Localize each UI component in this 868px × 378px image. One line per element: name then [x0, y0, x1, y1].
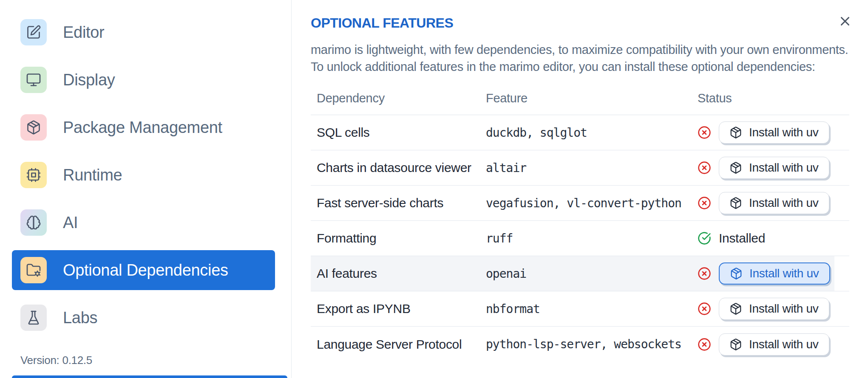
- install-button-label: Install with uv: [749, 161, 819, 175]
- feature-packages: python-lsp-server, websockets: [480, 337, 692, 351]
- sidebar-item-display[interactable]: Display: [12, 60, 275, 100]
- sidebar-item-ai[interactable]: AI: [12, 203, 275, 243]
- table-row: AI features openai Install with uv: [311, 256, 849, 291]
- dependency-name: AI features: [311, 266, 480, 281]
- package-icon: [729, 302, 742, 315]
- installed-status-label: Installed: [719, 231, 765, 245]
- package-icon: [730, 267, 743, 280]
- sidebar-item-editor[interactable]: Editor: [12, 12, 275, 52]
- brain-icon: [20, 209, 47, 236]
- package-icon: [729, 161, 742, 174]
- dependency-name: Language Server Protocol: [311, 337, 480, 352]
- install-with-uv-button[interactable]: Install with uv: [719, 298, 829, 320]
- install-with-uv-button[interactable]: Install with uv: [719, 192, 829, 214]
- table-row: Formatting ruff Installed: [311, 221, 849, 256]
- sidebar-item-label: Runtime: [63, 166, 122, 184]
- circle-x-icon: [698, 196, 711, 210]
- close-icon[interactable]: [836, 12, 854, 31]
- package-icon: [729, 126, 742, 139]
- sidebar-item-label: Labs: [63, 309, 97, 327]
- sidebar-item-label: AI: [63, 214, 78, 232]
- dependency-name: SQL cells: [311, 125, 480, 140]
- sidebar-item-runtime[interactable]: Runtime: [12, 155, 275, 195]
- install-with-uv-button[interactable]: Install with uv: [719, 157, 829, 179]
- dependency-name: Export as IPYNB: [311, 302, 480, 316]
- table-row: Language Server Protocol python-lsp-serv…: [311, 327, 849, 362]
- sidebar-item-label: Display: [63, 71, 115, 89]
- column-header-dependency: Dependency: [311, 91, 480, 105]
- folder-cog-icon: [20, 257, 47, 283]
- circle-check-icon: [698, 231, 711, 245]
- table-row: Export as IPYNB nbformat Install with uv: [311, 291, 849, 327]
- table-row: Charts in datasource viewer altair Insta…: [311, 150, 849, 186]
- table-header-row: Dependency Feature Status: [311, 82, 849, 115]
- install-button-label: Install with uv: [749, 126, 819, 139]
- circle-x-icon: [698, 161, 711, 175]
- dependency-name: Charts in datasource viewer: [311, 161, 480, 175]
- dependency-name: Fast server-side charts: [311, 196, 480, 210]
- settings-dialog: Editor Display Package Management Runtim…: [0, 0, 868, 378]
- install-with-uv-button[interactable]: Install with uv: [719, 333, 829, 355]
- package-icon: [729, 338, 742, 351]
- description-line: marimo is lightweight, with few dependen…: [311, 41, 849, 58]
- package-icon: [20, 114, 47, 141]
- flask-icon: [20, 305, 47, 331]
- page-title: OPTIONAL FEATURES: [311, 15, 849, 31]
- background-app-edge: [12, 375, 287, 378]
- column-header-feature: Feature: [480, 91, 692, 105]
- cpu-icon: [20, 162, 47, 188]
- feature-packages: ruff: [480, 231, 692, 245]
- install-button-label: Install with uv: [749, 196, 819, 210]
- feature-packages: altair: [480, 161, 692, 175]
- version-label: Version: 0.12.5: [20, 354, 92, 367]
- column-header-status: Status: [692, 91, 849, 105]
- feature-packages: nbformat: [480, 302, 692, 316]
- table-row: SQL cells duckdb, sqlglot Install with u…: [311, 115, 849, 150]
- circle-x-icon: [698, 302, 711, 316]
- description-line: To unlock additional features in the mar…: [311, 58, 849, 75]
- dependencies-table: Dependency Feature Status SQL cells duck…: [311, 82, 849, 362]
- install-with-uv-button[interactable]: Install with uv: [719, 121, 829, 144]
- circle-x-icon: [698, 338, 711, 351]
- monitor-icon: [20, 67, 47, 93]
- package-icon: [729, 197, 742, 209]
- sidebar-item-label: Package Management: [63, 118, 222, 137]
- sidebar-item-optional-dependencies[interactable]: Optional Dependencies: [12, 250, 275, 290]
- settings-sidebar: Editor Display Package Management Runtim…: [0, 0, 292, 378]
- table-row: Fast server-side charts vegafusion, vl-c…: [311, 186, 849, 221]
- feature-packages: duckdb, sqlglot: [480, 126, 692, 140]
- circle-x-icon: [698, 126, 711, 139]
- dependency-name: Formatting: [311, 231, 480, 245]
- install-with-uv-button[interactable]: Install with uv: [719, 262, 830, 285]
- install-button-label: Install with uv: [749, 267, 819, 280]
- install-button-label: Install with uv: [749, 302, 819, 316]
- square-pen-icon: [20, 19, 47, 45]
- panel-description: marimo is lightweight, with few dependen…: [311, 41, 849, 75]
- sidebar-item-labs[interactable]: Labs: [12, 298, 275, 338]
- install-button-label: Install with uv: [749, 338, 819, 351]
- sidebar-item-package-management[interactable]: Package Management: [12, 107, 275, 147]
- optional-features-panel: OPTIONAL FEATURES marimo is lightweight,…: [292, 0, 868, 378]
- sidebar-item-label: Editor: [63, 23, 104, 42]
- sidebar-item-label: Optional Dependencies: [63, 261, 228, 279]
- feature-packages: vegafusion, vl-convert-python: [480, 196, 692, 210]
- feature-packages: openai: [480, 267, 692, 281]
- circle-x-icon: [698, 267, 711, 280]
